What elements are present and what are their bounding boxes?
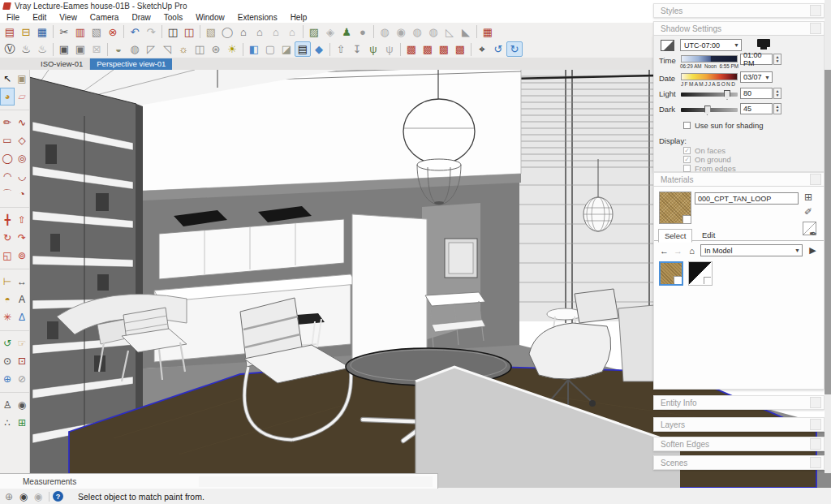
collapse-button[interactable] [810,419,821,430]
dimension-tool[interactable]: ↔ [15,273,29,291]
render-icon[interactable]: ♨ [18,41,34,57]
tray-scrollbar[interactable] [825,0,831,473]
paste-icon[interactable]: ▧ [88,24,105,40]
back-arrow-icon[interactable]: ← [658,244,670,256]
infinite-plane-icon[interactable]: ◧ [246,41,262,57]
material-swatch-default[interactable] [688,261,713,286]
anim-component1-icon[interactable]: ▩ [403,41,420,57]
menu-view[interactable]: View [53,13,84,22]
diamond-icon[interactable]: ◈ [322,24,338,40]
anim-component3-icon[interactable]: ▩ [436,41,452,57]
freehand-tool[interactable]: ∿ [15,114,29,131]
sun-light-icon[interactable]: ☀ [224,41,240,57]
protractor-tool[interactable]: ◓ [0,291,15,308]
dark-spinner[interactable]: ▲▼ [773,103,781,114]
rotate-tool[interactable]: ↻ [0,229,15,247]
new-file-icon[interactable]: ▤ [2,24,18,40]
on-ground-checkbox[interactable] [683,156,691,163]
tab-iso-view-01[interactable]: ISO-view-01 [34,58,90,70]
gizmo-icon[interactable]: ⌖ [474,41,490,57]
frame-buffer-icon[interactable]: ▣ [56,41,72,57]
light-slider-thumb[interactable] [724,90,730,100]
house-solid-icon[interactable]: ⌂ [235,24,252,40]
fur-icon[interactable]: ψ [365,41,381,57]
measurements-input[interactable] [199,476,433,487]
mesh-import-icon[interactable]: ◆ [311,41,327,57]
pie-tool[interactable]: ◔ [15,185,29,203]
panel-scenes[interactable]: Scenes [653,455,825,470]
vray-plane-icon[interactable]: ▢ [262,41,278,57]
component-cylinder-icon[interactable]: ◯ [219,24,235,40]
push-pull-tool[interactable]: ⇧ [15,211,29,229]
position-camera-tool[interactable]: ♙ [0,396,15,414]
zoom-extents-tool[interactable]: ⊕ [0,370,15,388]
two-point-arc-tool[interactable]: ◡ [15,167,29,185]
forward-arrow-icon[interactable]: → [672,244,684,256]
three-point-arc-tool[interactable]: ⌒ [0,185,15,203]
tab-perspective-view-01[interactable]: Perspective view-01 [90,58,172,70]
scale-tool[interactable]: ◱ [0,247,15,265]
panel-shadow-settings[interactable]: Shadow Settings [653,21,825,36]
anim-component2-icon[interactable]: ▩ [420,41,436,57]
cut-icon[interactable]: ✂ [56,24,72,40]
open-file-icon[interactable]: ⊟ [18,24,34,40]
collapse-button[interactable] [810,438,821,450]
panel-materials[interactable]: Materials [653,172,825,187]
shed-solid-icon[interactable]: ⌂ [252,24,268,40]
vray-material-icon[interactable]: ▦ [480,24,496,40]
user-icon[interactable]: ◉ [32,491,44,502]
light-value-box[interactable]: 80 [740,88,773,99]
date-value-box[interactable]: 03/07▼ [740,71,773,83]
style-builder-icon[interactable]: ◫ [181,24,197,40]
collapse-button[interactable] [810,5,821,16]
time-slider[interactable] [681,55,738,62]
anim-component4-icon[interactable]: ▩ [452,41,468,57]
material-swatch-carpet[interactable] [659,261,683,286]
sphere-icon[interactable]: ● [355,24,371,40]
collapse-button[interactable] [810,457,821,468]
eraser-tool[interactable]: ▱ [15,88,29,106]
rectangle-tool[interactable]: ▭ [0,131,15,149]
rotate-cw-icon[interactable]: ↻ [506,41,523,57]
look-around-tool[interactable]: ◉ [15,396,29,414]
collapse-button[interactable] [810,23,821,34]
3d-text-tool[interactable]: Δ [15,308,29,326]
line-tool[interactable]: ✏ [0,114,15,131]
globe-light-icon[interactable]: ⊛ [208,41,224,57]
menu-edit[interactable]: Edit [26,13,53,22]
menu-draw[interactable]: Draw [125,13,157,22]
shed-outline-icon[interactable]: ⌂ [284,24,300,40]
send-to-layout-icon[interactable]: ◫ [165,24,181,40]
panel-entity-info[interactable]: Entity Info [653,395,825,410]
create-material-icon[interactable]: ⊞ [802,191,815,204]
on-faces-checkbox[interactable] [683,147,691,154]
material-sample-icon[interactable]: ▨ [306,24,322,40]
text-tool[interactable]: A [15,291,29,308]
menu-window[interactable]: Window [189,13,231,22]
pan-tool[interactable]: ☞ [15,334,29,352]
rotated-rectangle-tool[interactable]: ◇ [15,131,29,149]
person-scale-icon[interactable]: ♟ [338,24,355,40]
tab-edit[interactable]: Edit [696,229,721,241]
vray-camera-icon[interactable]: ◍ [377,24,393,40]
batch-render-icon[interactable]: ▣ [72,41,88,57]
save-icon[interactable]: ▦ [34,24,50,40]
proxy-export-icon[interactable]: ⇧ [333,41,349,57]
make-component-tool[interactable]: ▣ [15,70,29,88]
sphere-light-icon[interactable]: ◍ [127,41,143,57]
clipper-icon[interactable]: ◪ [278,41,295,57]
light-spinner[interactable]: ▲▼ [773,88,781,99]
lock-camera-icon[interactable]: ⊠ [88,41,105,57]
panel-layers[interactable]: Layers [653,417,825,432]
panel-styles[interactable]: Styles [653,3,825,18]
in-model-select[interactable]: In Model ▼ [700,244,803,256]
move-tool[interactable]: ╋ [0,211,15,229]
tab-select[interactable]: Select [658,229,692,243]
zoom-window-tool[interactable]: ⊡ [15,352,29,370]
help-icon[interactable]: ? [53,491,63,502]
ies-light-icon[interactable]: ◹ [159,41,175,57]
credits-icon[interactable]: ◉ [18,491,29,502]
redo-icon[interactable]: ↷ [143,24,159,40]
collapse-button[interactable] [810,397,821,408]
vray-sphere-icon[interactable]: ◉ [393,24,409,40]
